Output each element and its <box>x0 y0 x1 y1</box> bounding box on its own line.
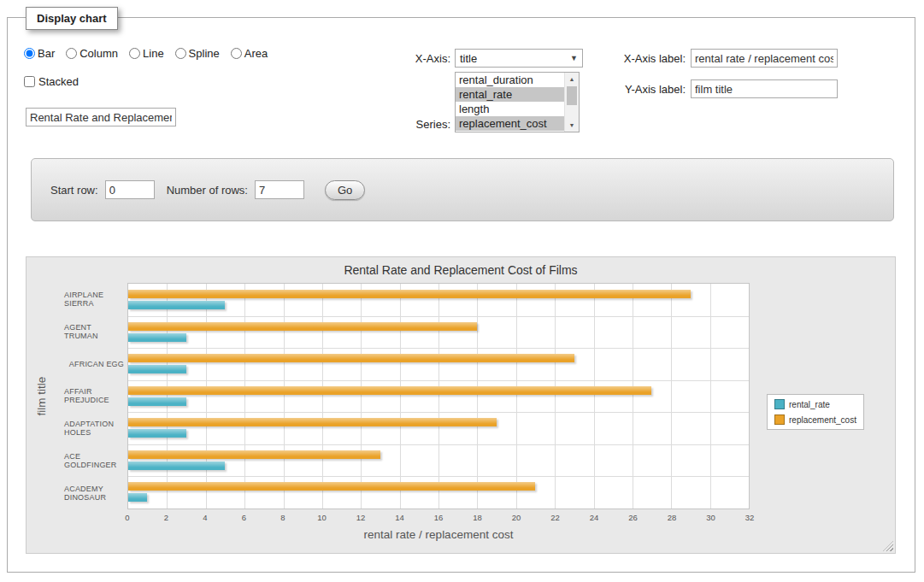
scroll-up-icon[interactable]: ▲ <box>565 73 579 85</box>
vertical-gridline <box>361 284 362 509</box>
y-tick-label: AIRPLANE SIERRA <box>64 283 124 315</box>
bar-replacement_cost-airplane-sierra <box>128 290 691 298</box>
vertical-gridline <box>284 284 285 509</box>
display-chart-page: Display chart BarColumnLineSplineArea St… <box>0 0 924 582</box>
vertical-gridline <box>671 284 672 509</box>
y-tick-label: ACADEMY DINOSAUR <box>64 477 124 509</box>
bar-rental_rate-affair-prejudice <box>128 397 186 406</box>
x-tick-label: 28 <box>668 513 677 522</box>
x-axis-label-input[interactable] <box>691 49 838 68</box>
chart-type-option-column[interactable]: Column <box>66 47 118 60</box>
chevron-down-icon: ▼ <box>570 54 578 62</box>
vertical-gridline <box>710 284 711 509</box>
series-option-rental_rate[interactable]: rental_rate <box>456 87 564 102</box>
x-tick-label: 18 <box>473 513 482 522</box>
x-tick-label: 24 <box>590 513 599 522</box>
y-tick-label: ADAPTATION HOLES <box>64 412 124 444</box>
y-axis-label-field-label: Y-Axis label: <box>598 83 686 96</box>
vertical-gridline <box>400 284 401 509</box>
vertical-gridline <box>633 284 633 509</box>
x-axis-selected-value: title <box>460 52 477 65</box>
start-row-input[interactable] <box>105 180 155 199</box>
y-tick-label: AGENT TRUMAN <box>64 315 124 348</box>
chart-type-radio-column[interactable] <box>66 48 77 59</box>
num-rows-label: Number of rows: <box>167 184 248 197</box>
resize-handle-icon[interactable] <box>883 541 893 551</box>
vertical-gridline <box>516 284 517 509</box>
horizontal-gridline <box>128 476 749 477</box>
legend-label: replacement_cost <box>789 415 856 425</box>
x-tick-label: 8 <box>280 513 285 522</box>
vertical-gridline <box>555 284 556 509</box>
x-tick-label: 22 <box>550 513 560 522</box>
chart-type-option-spline[interactable]: Spline <box>175 47 220 60</box>
scroll-down-icon[interactable]: ▼ <box>565 119 579 132</box>
chart-type-label: Bar <box>38 47 55 60</box>
y-axis-tick-labels: AIRPLANE SIERRAAGENT TRUMANAFRICAN EGGAF… <box>64 283 124 509</box>
panel-title: Display chart <box>26 7 118 30</box>
x-axis-select[interactable]: title ▼ <box>455 49 583 68</box>
vertical-gridline <box>206 284 207 509</box>
bar-rental_rate-airplane-sierra <box>128 301 225 309</box>
y-tick-label: AFFAIR PREJUDICE <box>64 380 124 413</box>
chart-title-input[interactable] <box>26 108 176 126</box>
vertical-gridline <box>477 284 478 509</box>
horizontal-gridline <box>128 316 749 317</box>
x-tick-label: 12 <box>356 513 366 522</box>
chart-type-label: Area <box>244 47 268 60</box>
bar-replacement_cost-academy-dinosaur <box>128 482 535 491</box>
bar-rental_rate-adaptation-holes <box>128 429 186 438</box>
series-option-length[interactable]: length <box>456 102 564 116</box>
bar-replacement_cost-african-egg <box>128 354 574 362</box>
start-row-label: Start row: <box>50 184 98 197</box>
chart-area: Rental Rate and Replacement Cost of Film… <box>26 256 896 554</box>
vertical-gridline <box>594 284 595 509</box>
legend-label: rental_rate <box>789 400 830 409</box>
chart-type-option-bar[interactable]: Bar <box>24 47 55 60</box>
stacked-checkbox[interactable] <box>24 76 35 87</box>
chart-type-label: Column <box>79 47 118 60</box>
legend-swatch <box>774 414 785 425</box>
x-axis-select-label: X-Axis: <box>368 52 450 65</box>
chart-title: Rental Rate and Replacement Cost of Film… <box>26 263 895 277</box>
chart-legend: rental_ratereplacement_cost <box>767 394 864 430</box>
legend-swatch <box>774 399 785 409</box>
x-tick-label: 6 <box>242 513 246 522</box>
series-options: rental_durationrental_ratelengthreplacem… <box>456 73 564 131</box>
vertical-gridline <box>244 284 245 509</box>
chart-type-option-line[interactable]: Line <box>129 47 164 60</box>
series-option-replacement_cost[interactable]: replacement_cost <box>456 116 564 131</box>
chart-type-label: Line <box>143 47 164 60</box>
scrollbar-thumb[interactable] <box>567 86 577 105</box>
bar-replacement_cost-agent-truman <box>128 322 477 331</box>
chart-type-radio-spline[interactable] <box>175 48 186 59</box>
bar-replacement_cost-ace-goldfinger <box>128 450 380 459</box>
legend-item-rental_rate: rental_rate <box>774 399 856 409</box>
num-rows-input[interactable] <box>255 180 304 199</box>
chart-type-label: Spline <box>189 47 220 60</box>
chart-type-radio-line[interactable] <box>129 48 140 59</box>
chart-type-radio-bar[interactable] <box>24 48 35 59</box>
horizontal-gridline <box>128 444 749 445</box>
go-button[interactable]: Go <box>325 180 365 200</box>
series-option-rental_duration[interactable]: rental_duration <box>456 73 564 87</box>
vertical-gridline <box>322 284 323 509</box>
series-listbox[interactable]: rental_durationrental_ratelengthreplacem… <box>455 72 580 132</box>
y-axis-title: film title <box>30 283 54 509</box>
y-tick-label: AFRICAN EGG <box>64 348 124 380</box>
series-scrollbar[interactable]: ▲ ▼ <box>564 73 579 132</box>
x-tick-label: 30 <box>706 513 715 522</box>
chart-type-option-area[interactable]: Area <box>231 47 268 60</box>
x-axis-tick-labels: 02468101214161820222426283032 <box>127 513 750 523</box>
x-tick-label: 2 <box>164 513 168 522</box>
horizontal-gridline <box>128 412 749 413</box>
chart-type-radio-area[interactable] <box>231 48 242 59</box>
x-tick-label: 14 <box>395 513 404 522</box>
vertical-gridline <box>438 284 439 509</box>
plot-area <box>127 283 750 509</box>
stacked-option[interactable]: Stacked <box>24 75 79 88</box>
rows-form: Start row: Number of rows: Go <box>31 158 894 221</box>
chart-type-options: BarColumnLineSplineArea <box>24 47 268 60</box>
y-axis-label-input[interactable] <box>691 79 838 98</box>
bar-replacement_cost-adaptation-holes <box>128 418 497 426</box>
